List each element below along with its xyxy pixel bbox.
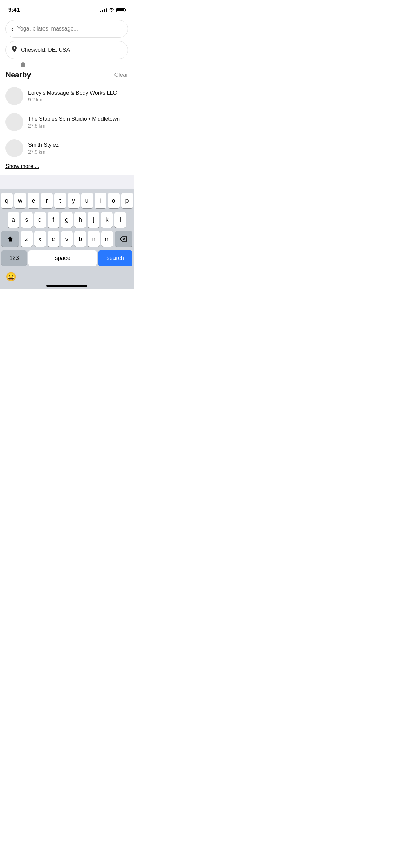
nearby-label: Nearby bbox=[5, 71, 31, 80]
business-avatar-0 bbox=[5, 87, 23, 105]
business-name-1: The Stables Spin Studio • Middletown bbox=[28, 116, 120, 122]
key-l[interactable]: l bbox=[114, 212, 126, 228]
key-q[interactable]: q bbox=[1, 193, 13, 208]
key-p[interactable]: p bbox=[121, 193, 133, 208]
key-j[interactable]: j bbox=[88, 212, 99, 228]
home-bar-row bbox=[0, 284, 134, 289]
keyboard-row-2: a s d f g h j k l bbox=[1, 212, 132, 228]
show-more-row[interactable]: Show more ... bbox=[0, 161, 134, 175]
emoji-key[interactable]: 😀 bbox=[5, 272, 16, 282]
location-row[interactable]: Cheswold, DE, USA bbox=[5, 41, 128, 59]
business-distance-2: 27.9 km bbox=[28, 149, 59, 155]
business-name-0: Lorcy's Massage & Body Works LLC bbox=[28, 90, 117, 96]
backspace-key[interactable] bbox=[115, 231, 132, 247]
business-avatar-2 bbox=[5, 139, 23, 157]
wifi-icon bbox=[109, 7, 114, 13]
space-key[interactable]: space bbox=[28, 250, 96, 266]
business-list: Lorcy's Massage & Body Works LLC 9.2 km … bbox=[0, 83, 134, 161]
business-avatar-1 bbox=[5, 113, 23, 131]
business-name-2: Smith Stylez bbox=[28, 142, 59, 148]
business-item-0[interactable]: Lorcy's Massage & Body Works LLC 9.2 km bbox=[5, 83, 128, 109]
key-v[interactable]: v bbox=[61, 231, 73, 247]
business-distance-1: 27.5 km bbox=[28, 123, 120, 129]
key-m[interactable]: m bbox=[101, 231, 113, 247]
key-d[interactable]: d bbox=[34, 212, 46, 228]
key-i[interactable]: i bbox=[95, 193, 106, 208]
battery-icon bbox=[116, 8, 125, 12]
key-n[interactable]: n bbox=[88, 231, 99, 247]
business-item-1[interactable]: The Stables Spin Studio • Middletown 27.… bbox=[5, 109, 128, 135]
key-x[interactable]: x bbox=[34, 231, 46, 247]
nearby-header: Nearby Clear bbox=[0, 67, 134, 83]
search-input-row[interactable]: ‹ bbox=[5, 20, 128, 38]
signal-icon bbox=[100, 8, 107, 12]
key-a[interactable]: a bbox=[8, 212, 19, 228]
keyboard-row-1: q w e r t y u i o p bbox=[1, 193, 132, 208]
key-z[interactable]: z bbox=[21, 231, 32, 247]
keyboard-rows: q w e r t y u i o p a s d f g h j k l bbox=[0, 189, 134, 269]
status-bar: 9:41 bbox=[0, 0, 134, 17]
key-o[interactable]: o bbox=[108, 193, 120, 208]
key-r[interactable]: r bbox=[41, 193, 53, 208]
shift-key[interactable] bbox=[1, 231, 19, 247]
key-b[interactable]: b bbox=[74, 231, 86, 247]
location-text: Cheswold, DE, USA bbox=[21, 47, 70, 53]
back-button[interactable]: ‹ bbox=[11, 25, 14, 33]
key-h[interactable]: h bbox=[74, 212, 86, 228]
key-g[interactable]: g bbox=[61, 212, 73, 228]
numeric-key[interactable]: 123 bbox=[1, 250, 27, 266]
search-area: ‹ Cheswold, DE, USA bbox=[0, 17, 134, 59]
key-s[interactable]: s bbox=[21, 212, 33, 228]
show-more-link[interactable]: Show more ... bbox=[5, 163, 39, 169]
search-input[interactable] bbox=[17, 26, 122, 32]
emoji-bar: 😀 bbox=[0, 269, 134, 284]
key-y[interactable]: y bbox=[68, 193, 80, 208]
key-e[interactable]: e bbox=[28, 193, 39, 208]
status-time: 9:41 bbox=[8, 7, 20, 13]
business-distance-0: 9.2 km bbox=[28, 97, 117, 103]
key-u[interactable]: u bbox=[81, 193, 93, 208]
key-k[interactable]: k bbox=[101, 212, 113, 228]
keyboard: q w e r t y u i o p a s d f g h j k l bbox=[0, 189, 134, 289]
key-w[interactable]: w bbox=[14, 193, 26, 208]
search-key[interactable]: search bbox=[98, 250, 132, 266]
key-f[interactable]: f bbox=[48, 212, 59, 228]
key-t[interactable]: t bbox=[54, 193, 66, 208]
status-icons bbox=[100, 7, 125, 13]
clear-button[interactable]: Clear bbox=[114, 72, 128, 79]
home-bar bbox=[46, 285, 87, 287]
slider-dot bbox=[21, 62, 25, 67]
location-pin-icon bbox=[11, 46, 17, 55]
slider-dot-row bbox=[0, 59, 134, 67]
business-item-2[interactable]: Smith Stylez 27.9 km bbox=[5, 135, 128, 161]
keyboard-row-3: z x c v b n m bbox=[1, 231, 132, 247]
key-c[interactable]: c bbox=[48, 231, 59, 247]
keyboard-bottom-row: 123 space search bbox=[1, 250, 132, 266]
